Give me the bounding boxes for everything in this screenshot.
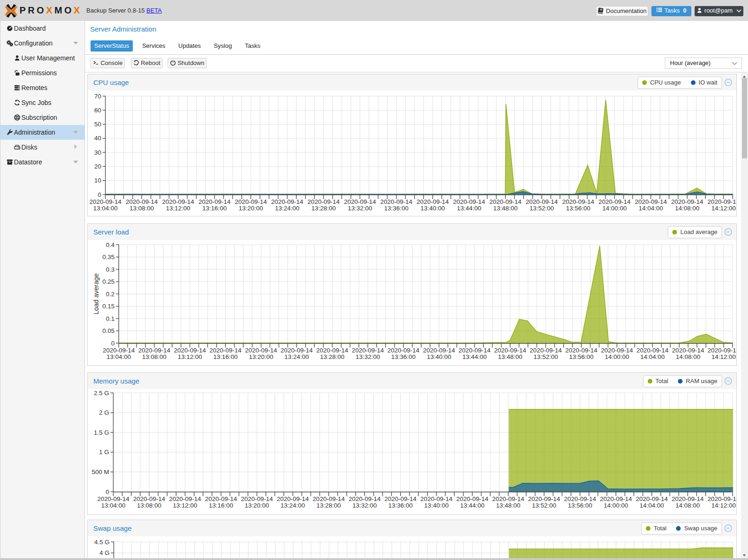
svg-text:13:04:00: 13:04:00 [93,205,118,212]
svg-text:14:12:00: 14:12:00 [711,502,736,509]
svg-text:2020-09-14: 2020-09-14 [349,495,381,502]
svg-text:2020-09-14: 2020-09-14 [126,198,158,205]
svg-text:2020-09-14: 2020-09-14 [423,347,455,354]
svg-text:2020-09-14: 2020-09-14 [564,495,597,502]
svg-text:2020-09-14: 2020-09-14 [209,347,242,354]
svg-text:13:20:00: 13:20:00 [245,502,269,509]
svg-text:13:44:00: 13:44:00 [460,502,485,509]
svg-text:2020-09-14: 2020-09-14 [562,198,595,205]
svg-text:13:56:00: 13:56:00 [566,205,591,212]
svg-text:2020-09-14: 2020-09-14 [708,495,736,502]
svg-text:2020-09-14: 2020-09-14 [600,495,632,502]
svg-text:2020-09-14: 2020-09-14 [598,198,631,205]
svg-text:4 G: 4 G [99,549,110,556]
svg-text:13:16:00: 13:16:00 [209,502,234,509]
svg-text:0: 0 [105,488,109,495]
svg-text:1 G: 1 G [99,449,109,456]
svg-text:13:16:00: 13:16:00 [202,205,227,212]
svg-text:Load average: Load average [92,273,100,315]
svg-text:2020-09-14: 2020-09-14 [494,347,527,354]
svg-text:2020-09-14: 2020-09-14 [198,198,231,205]
svg-text:2020-09-14: 2020-09-14 [280,347,313,354]
svg-text:0.35: 0.35 [102,254,114,260]
svg-text:2020-09-14: 2020-09-14 [636,495,668,502]
svg-text:13:56:00: 13:56:00 [568,502,592,509]
svg-text:2020-09-14: 2020-09-14 [89,198,122,205]
svg-text:70: 70 [94,93,101,100]
svg-text:13:28:00: 13:28:00 [317,502,341,509]
svg-text:13:52:00: 13:52:00 [530,205,554,212]
svg-text:2020-09-14: 2020-09-14 [637,347,669,354]
svg-text:13:08:00: 13:08:00 [137,502,162,509]
svg-text:2020-09-14: 2020-09-14 [489,198,522,205]
svg-text:2020-09-14: 2020-09-14 [459,347,491,354]
svg-text:13:04:00: 13:04:00 [101,502,126,509]
svg-text:0.25: 0.25 [102,278,114,285]
svg-text:13:36:00: 13:36:00 [388,502,413,509]
svg-text:0.3: 0.3 [106,266,115,273]
svg-text:2020-09-14: 2020-09-14 [97,495,130,502]
svg-text:13:52:00: 13:52:00 [532,502,557,509]
svg-text:14:12:00: 14:12:00 [711,205,736,212]
svg-text:13:32:00: 13:32:00 [356,353,380,360]
svg-text:14:12:00: 14:12:00 [711,353,736,360]
svg-text:2020-09-14: 2020-09-14 [205,495,237,502]
svg-text:13:48:00: 13:48:00 [496,502,520,509]
svg-text:50: 50 [94,121,101,128]
svg-text:13:40:00: 13:40:00 [424,502,449,509]
svg-text:2020-09-14: 2020-09-14 [672,347,704,354]
svg-text:14:08:00: 14:08:00 [675,205,700,212]
svg-text:2020-09-14: 2020-09-14 [384,495,417,502]
svg-text:2020-09-14: 2020-09-14 [271,198,304,205]
svg-text:14:00:00: 14:00:00 [605,353,629,360]
svg-text:13:12:00: 13:12:00 [173,502,197,509]
svg-text:0.4: 0.4 [106,241,115,248]
svg-text:2020-09-14: 2020-09-14 [307,198,340,205]
svg-text:500 M: 500 M [91,469,109,475]
svg-text:14:08:00: 14:08:00 [676,502,700,509]
svg-text:2020-09-14: 2020-09-14 [245,347,278,354]
svg-text:0.1: 0.1 [106,315,115,322]
svg-text:13:08:00: 13:08:00 [130,205,154,212]
svg-text:2020-09-14: 2020-09-14 [138,347,171,354]
svg-text:2020-09-14: 2020-09-14 [420,495,453,502]
svg-text:14:08:00: 14:08:00 [676,353,701,360]
svg-text:2020-09-14: 2020-09-14 [601,347,633,354]
svg-text:20: 20 [94,163,101,170]
svg-text:1.5 G: 1.5 G [94,429,109,436]
svg-text:13:24:00: 13:24:00 [275,205,299,212]
svg-text:13:28:00: 13:28:00 [312,205,336,212]
svg-text:4.5 G: 4.5 G [94,539,110,546]
svg-text:13:48:00: 13:48:00 [493,205,518,212]
svg-text:40: 40 [94,135,101,142]
svg-text:2020-09-14: 2020-09-14 [453,198,486,205]
svg-text:13:56:00: 13:56:00 [569,353,594,360]
svg-text:30: 30 [94,149,101,156]
svg-text:13:40:00: 13:40:00 [421,205,445,212]
svg-text:2020-09-14: 2020-09-14 [103,347,135,354]
svg-text:2020-09-14: 2020-09-14 [133,495,166,502]
svg-text:2020-09-14: 2020-09-14 [387,347,420,354]
svg-text:60: 60 [94,107,101,114]
svg-text:2020-09-14: 2020-09-14 [708,347,736,354]
svg-text:13:28:00: 13:28:00 [320,353,345,360]
svg-text:13:16:00: 13:16:00 [213,353,238,360]
svg-text:13:36:00: 13:36:00 [391,353,416,360]
svg-text:2020-09-14: 2020-09-14 [416,198,449,205]
svg-text:2020-09-14: 2020-09-14 [526,198,558,205]
svg-text:2020-09-14: 2020-09-14 [565,347,598,354]
svg-text:2020-09-14: 2020-09-14 [235,198,267,205]
svg-text:2020-09-14: 2020-09-14 [241,495,273,502]
svg-text:0: 0 [111,340,115,347]
svg-text:13:40:00: 13:40:00 [427,353,451,360]
svg-text:13:32:00: 13:32:00 [348,205,372,212]
svg-text:2020-09-14: 2020-09-14 [169,495,202,502]
svg-text:2020-09-14: 2020-09-14 [492,495,525,502]
svg-text:2020-09-14: 2020-09-14 [316,347,349,354]
svg-text:2020-09-14: 2020-09-14 [174,347,206,354]
svg-text:14:04:00: 14:04:00 [640,502,664,509]
svg-text:2020-09-14: 2020-09-14 [380,198,413,205]
svg-text:10: 10 [94,177,101,184]
svg-text:2020-09-14: 2020-09-14 [672,495,704,502]
svg-text:13:48:00: 13:48:00 [498,353,522,360]
